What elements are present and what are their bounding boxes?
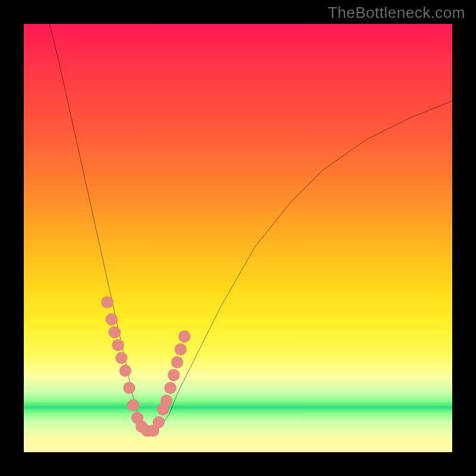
marker-dot xyxy=(168,369,180,381)
marker-dot xyxy=(101,296,113,308)
marker-dot xyxy=(164,382,176,394)
marker-dot xyxy=(123,382,135,394)
watermark-text: TheBottleneck.com xyxy=(328,4,465,22)
highlight-markers xyxy=(101,296,190,437)
plot-area xyxy=(24,24,452,452)
curve-svg xyxy=(24,24,452,452)
marker-dot xyxy=(178,331,190,343)
marker-dot xyxy=(112,339,124,351)
marker-dot xyxy=(115,352,127,364)
marker-dot xyxy=(161,395,173,407)
marker-dot xyxy=(109,326,121,338)
marker-dot xyxy=(120,365,131,377)
marker-dot xyxy=(174,343,186,355)
marker-dot xyxy=(153,416,165,428)
marker-dot xyxy=(171,356,183,368)
bottleneck-curve xyxy=(49,24,452,431)
marker-dot xyxy=(127,399,139,411)
marker-dot xyxy=(106,314,118,325)
chart-canvas: TheBottleneck.com xyxy=(0,0,476,476)
